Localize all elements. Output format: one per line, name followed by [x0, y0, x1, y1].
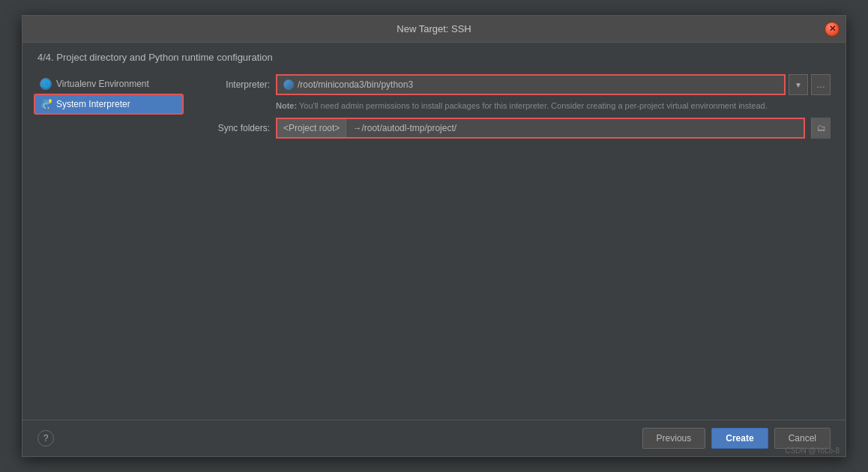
step-label: 4/4. Project directory and Python runtim… — [37, 52, 273, 63]
sync-root: <Project root> — [277, 119, 346, 137]
interpreter-settings-button[interactable]: … — [811, 74, 831, 95]
interpreter-container: /root/miniconda3/bin/python3 ▼ … — [276, 74, 831, 95]
dialog-window: New Target: SSH ✕ 4/4. Project directory… — [22, 15, 846, 457]
sidebar-item-system-label: System Interpreter — [56, 99, 130, 109]
interpreter-row: Interpreter: /root/miniconda3/bin/python… — [195, 74, 831, 95]
main-content: Interpreter: /root/miniconda3/bin/python… — [187, 70, 838, 420]
title-bar: New Target: SSH ✕ — [22, 16, 846, 43]
interpreter-dropdown-button[interactable]: ▼ — [789, 74, 808, 95]
sidebar: 🌐 Virtualenv Environment System Interpre… — [30, 70, 187, 420]
dialog-title: New Target: SSH — [397, 23, 471, 34]
dropdown-icon: ▼ — [795, 81, 802, 89]
dialog-body: 🌐 Virtualenv Environment System Interpre… — [22, 70, 846, 420]
footer: ? Previous Create Cancel — [22, 420, 846, 456]
globe-icon: 🌐 — [40, 78, 52, 90]
close-icon: ✕ — [829, 24, 836, 34]
sidebar-item-virtualenv-label: Virtualenv Environment — [56, 79, 149, 89]
create-button[interactable]: Create — [711, 428, 768, 449]
help-button[interactable]: ? — [37, 430, 54, 447]
sync-path[interactable]: →/root/autodl-tmp/project/ — [346, 119, 804, 137]
step-header: 4/4. Project directory and Python runtim… — [22, 43, 846, 70]
interpreter-input[interactable]: /root/miniconda3/bin/python3 — [276, 74, 786, 95]
help-icon: ? — [43, 433, 49, 444]
interpreter-globe-icon — [283, 79, 294, 90]
note-content: You'll need admin permissions to install… — [299, 101, 768, 110]
cancel-button[interactable]: Cancel — [774, 428, 831, 449]
sidebar-item-virtualenv[interactable]: 🌐 Virtualenv Environment — [34, 74, 184, 94]
sync-folders-label: Sync folders: — [195, 123, 270, 133]
interpreter-value: /root/miniconda3/bin/python3 — [298, 79, 413, 90]
sidebar-item-system-interpreter[interactable]: System Interpreter — [34, 94, 184, 115]
footer-buttons: Previous Create Cancel — [642, 428, 831, 449]
folder-icon: 🗂 — [817, 123, 826, 133]
interpreter-label: Interpreter: — [195, 79, 270, 90]
watermark: CSDN @YoLo-8 — [785, 447, 840, 455]
sync-folders-row: Sync folders: <Project root> →/root/auto… — [195, 118, 831, 139]
previous-button[interactable]: Previous — [642, 428, 706, 449]
sync-folder-button[interactable]: 🗂 — [811, 118, 831, 139]
settings-icon: … — [816, 79, 825, 90]
note-text: Note: You'll need admin permissions to i… — [276, 101, 831, 110]
python-icon — [41, 99, 52, 109]
close-button[interactable]: ✕ — [825, 22, 840, 37]
sync-container: <Project root> →/root/autodl-tmp/project… — [276, 118, 805, 139]
